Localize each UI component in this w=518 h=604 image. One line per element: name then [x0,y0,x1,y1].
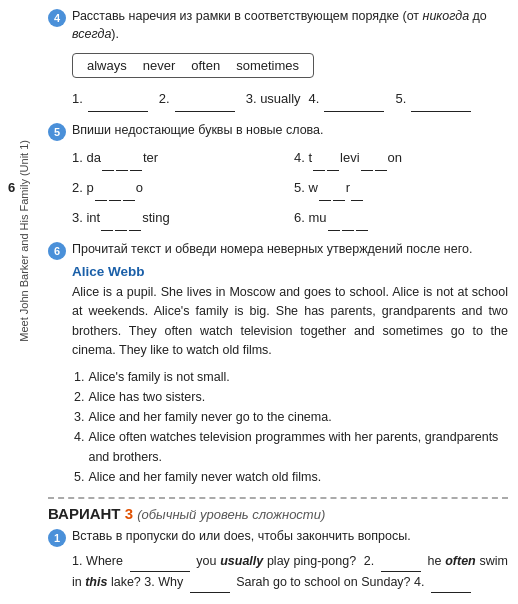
blank[interactable] [375,155,387,171]
item1-num: 1. [72,86,83,112]
item1-blank[interactable] [88,111,148,112]
statement-1: 1.Alice's family is not small. [74,367,508,387]
blank[interactable] [95,185,107,201]
task4-number: 4 [48,9,66,27]
sentence3-blank[interactable] [190,592,230,593]
blank[interactable] [109,185,121,201]
task5-number: 5 [48,123,66,141]
blank[interactable] [327,155,339,171]
blank[interactable] [356,215,368,231]
statement-3: 3.Alice and her family never go to the c… [74,407,508,427]
blank[interactable] [313,155,325,171]
task6-instruction: Прочитай текст и обведи номера неверных … [72,241,472,259]
blank[interactable] [361,155,373,171]
sentence1-num: 1. Where [72,554,123,568]
word3: 3. int sting [72,205,286,231]
blank[interactable] [123,185,135,201]
task4-instruction: Расставь наречия из рамки в соответствую… [72,8,508,43]
variant-sublabel: (обычный уровень сложности) [137,507,325,522]
task4-row: 1. 2. 3. usually 4. 5. [72,86,508,112]
item2-blank[interactable] [175,111,235,112]
sentence2-blank[interactable] [381,571,421,572]
task4-block: 4 Расставь наречия из рамки в соответств… [48,8,508,112]
blank[interactable] [351,185,363,201]
item5-blank[interactable] [411,111,471,112]
word-often: often [191,58,220,73]
statements-list: 1.Alice's family is not small. 2.Alice h… [72,367,508,487]
item2-num: 2. [159,86,170,112]
item3-num: 3. usually [246,86,301,112]
word5: 5. w r [294,175,508,201]
task5-instruction: Впиши недостающие буквы в новые слова. [72,122,324,140]
reading-text: Alice is a pupil. She lives in Moscow an… [72,283,508,361]
word-never: never [143,58,176,73]
variant-title: ВАРИАНТ 3 (обычный уровень сложности) [48,505,508,522]
word-sometimes: sometimes [236,58,299,73]
task5-grid: 1. da ter 4. t levi on 2. p [72,145,508,231]
blank[interactable] [129,215,141,231]
blank[interactable] [115,215,127,231]
statement-2: 2.Alice has two sisters. [74,387,508,407]
blank[interactable] [101,215,113,231]
blank[interactable] [328,215,340,231]
blank[interactable] [130,155,142,171]
page-number: 6 [8,180,15,195]
word4: 4. t levi on [294,145,508,171]
side-label: Meet John Barker and His Family (Unit 1) [18,140,30,342]
task4-word-box: always never often sometimes [72,53,314,78]
blank[interactable] [333,185,345,201]
variant-number: 3 [125,505,133,522]
sentence1-blank[interactable] [130,571,190,572]
variant3-task1-number: 1 [48,529,66,547]
blank[interactable] [116,155,128,171]
task5-block: 5 Впиши недостающие буквы в новые слова.… [48,122,508,231]
word-always: always [87,58,127,73]
statement-5: 5.Alice and her family never watch old f… [74,467,508,487]
variant3-task1-instruction: Вставь в пропуски do или does, чтобы зак… [72,528,411,546]
sentences-text: 1. Where you usually play ping-pong? 2. … [72,551,508,594]
reading-title: Alice Webb [72,264,508,279]
word6: 6. mu [294,205,508,231]
item4-blank[interactable] [324,111,384,112]
blank[interactable] [319,185,331,201]
task6-number: 6 [48,242,66,260]
sentence2-num: 2. [364,554,374,568]
item5-num: 5. [395,86,406,112]
statement-4: 4.Alice often watches television program… [74,427,508,467]
blank[interactable] [342,215,354,231]
word1: 1. da ter [72,145,286,171]
blank[interactable] [102,155,114,171]
variant3-task1-block: 1 Вставь в пропуски do или does, чтобы з… [48,528,508,594]
word2: 2. p o [72,175,286,201]
variant-header: ВАРИАНТ 3 (обычный уровень сложности) [48,497,508,522]
variant3-task1-sentences: 1. Where you usually play ping-pong? 2. … [72,551,508,594]
item4-num: 4. [309,86,320,112]
task6-block: 6 Прочитай текст и обведи номера неверны… [48,241,508,487]
sentence4-blank[interactable] [431,592,471,593]
